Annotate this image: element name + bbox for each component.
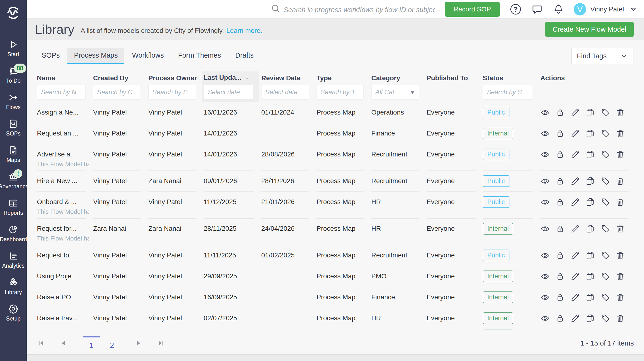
filter-type-input[interactable] — [316, 85, 364, 100]
permissions-button[interactable] — [556, 272, 566, 282]
preview-button[interactable] — [540, 224, 550, 234]
permissions-button[interactable] — [556, 108, 566, 118]
preview-button[interactable] — [540, 313, 550, 324]
duplicate-button[interactable] — [586, 150, 596, 160]
sidebar-item-setup[interactable]: Setup — [0, 300, 27, 326]
column-header-status[interactable]: Status — [481, 72, 538, 85]
page-1[interactable]: 1 — [83, 336, 100, 350]
preview-button[interactable] — [540, 292, 550, 302]
table-row[interactable]: Request for...This Flow Model ha Zara Na… — [35, 218, 634, 245]
tag-button[interactable] — [600, 197, 610, 207]
edit-button[interactable] — [570, 272, 580, 282]
duplicate-button[interactable] — [586, 108, 596, 118]
column-header-last-updated[interactable]: Last Upda... — [202, 72, 259, 85]
edit-button[interactable] — [570, 292, 580, 302]
delete-button[interactable] — [616, 292, 626, 302]
table-row[interactable]: Raise a PO Vinny Patel Vinny Patel 16/09… — [35, 287, 634, 308]
tab-sops[interactable]: SOPs — [35, 48, 66, 64]
permissions-button[interactable] — [556, 292, 566, 302]
delete-button[interactable] — [616, 108, 626, 118]
permissions-button[interactable] — [556, 128, 566, 138]
tag-button[interactable] — [600, 108, 610, 118]
permissions-button[interactable] — [556, 150, 566, 160]
tag-button[interactable] — [600, 150, 610, 160]
filter-process-owner-input[interactable] — [148, 85, 196, 100]
filter-last-updated-date[interactable] — [204, 85, 254, 100]
table-row[interactable]: Onboard & ...This Flow Model ha Vinny Pa… — [35, 192, 634, 218]
table-row[interactable]: Using Proje... Vinny Patel Vinny Patel 2… — [35, 266, 634, 287]
tag-button[interactable] — [600, 224, 610, 234]
edit-button[interactable] — [570, 197, 580, 207]
sidebar-item-sops[interactable]: SOPs — [0, 114, 27, 141]
preview-button[interactable] — [540, 250, 550, 260]
preview-button[interactable] — [540, 128, 550, 138]
sidebar-item-library[interactable]: Library — [0, 273, 27, 300]
filter-name-input[interactable] — [37, 85, 86, 100]
duplicate-button[interactable] — [586, 128, 596, 138]
record-sop-button[interactable]: Record SOP — [445, 2, 500, 17]
page-2[interactable]: 2 — [104, 336, 120, 350]
table-row[interactable]: Hire a New ... Vinny Patel Zara Nanai 09… — [35, 171, 634, 192]
preview-button[interactable] — [540, 150, 550, 160]
duplicate-button[interactable] — [586, 197, 596, 207]
table-row[interactable]: Request to ... Vinny Patel Vinny Patel 1… — [35, 245, 634, 266]
tab-workflows[interactable]: Workflows — [125, 48, 170, 64]
edit-button[interactable] — [570, 108, 580, 118]
next-page-button[interactable] — [134, 338, 144, 348]
duplicate-button[interactable] — [586, 272, 596, 282]
column-header-type[interactable]: Type — [314, 72, 370, 85]
delete-button[interactable] — [616, 272, 626, 282]
column-header-category[interactable]: Category — [370, 72, 425, 85]
notifications-button[interactable] — [553, 4, 564, 15]
delete-button[interactable] — [616, 250, 626, 260]
permissions-button[interactable] — [556, 176, 566, 186]
permissions-button[interactable] — [556, 197, 566, 207]
sidebar-item-analytics[interactable]: Analytics — [0, 247, 27, 273]
permissions-button[interactable] — [556, 313, 566, 324]
edit-button[interactable] — [570, 176, 580, 186]
delete-button[interactable] — [616, 128, 626, 138]
sidebar-item-reports[interactable]: Reports — [0, 194, 27, 220]
tag-button[interactable] — [600, 292, 610, 302]
table-row[interactable]: Internal — [35, 329, 634, 332]
delete-button[interactable] — [616, 313, 626, 324]
learn-more-link[interactable]: Learn more. — [226, 27, 262, 34]
permissions-button[interactable] — [556, 250, 566, 260]
sidebar-item-governance[interactable]: !Governance — [0, 168, 27, 194]
edit-button[interactable] — [570, 128, 580, 138]
last-page-button[interactable] — [157, 338, 166, 348]
tab-process-maps[interactable]: Process Maps — [68, 48, 124, 64]
create-new-flow-model-button[interactable]: Create New Flow Model — [545, 22, 634, 37]
tab-form-themes[interactable]: Form Themes — [172, 48, 228, 64]
duplicate-button[interactable] — [586, 224, 596, 234]
permissions-button[interactable] — [556, 224, 566, 234]
delete-button[interactable] — [616, 150, 626, 160]
edit-button[interactable] — [570, 313, 580, 324]
search-input[interactable] — [270, 4, 435, 16]
filter-review-date[interactable] — [261, 85, 309, 100]
sidebar-item-start[interactable]: Start — [0, 35, 27, 62]
flowingly-logo[interactable] — [4, 4, 22, 22]
sidebar-item-flows[interactable]: Flows — [0, 88, 27, 114]
table-row[interactable]: Assign a Ne... Vinny Patel Vinny Patel 1… — [35, 102, 634, 123]
table-row[interactable]: Advertise a...This Flow Model ha Vinny P… — [35, 144, 634, 171]
sidebar-item-dashboard[interactable]: Dashboard — [0, 220, 27, 247]
duplicate-button[interactable] — [586, 250, 596, 260]
tag-button[interactable] — [600, 272, 610, 282]
tab-drafts[interactable]: Drafts — [229, 48, 260, 64]
table-row[interactable]: Request an ... Vinny Patel Vinny Patel 1… — [35, 123, 634, 144]
delete-button[interactable] — [616, 176, 626, 186]
filter-created-by-input[interactable] — [93, 85, 141, 100]
preview-button[interactable] — [540, 272, 550, 282]
filter-category-select[interactable]: All Cat... — [371, 85, 419, 100]
tag-button[interactable] — [600, 128, 610, 138]
sidebar-item-maps[interactable]: Maps — [0, 141, 27, 168]
first-page-button[interactable] — [37, 338, 46, 348]
column-header-name[interactable]: Name — [35, 72, 91, 85]
preview-button[interactable] — [540, 197, 550, 207]
chat-button[interactable] — [531, 4, 543, 15]
table-row[interactable]: Raise a trav... Vinny Patel Vinny Patel … — [35, 308, 634, 329]
column-header-created-by[interactable]: Created By — [91, 72, 146, 85]
filter-status-input[interactable] — [483, 85, 533, 100]
tag-button[interactable] — [600, 176, 610, 186]
